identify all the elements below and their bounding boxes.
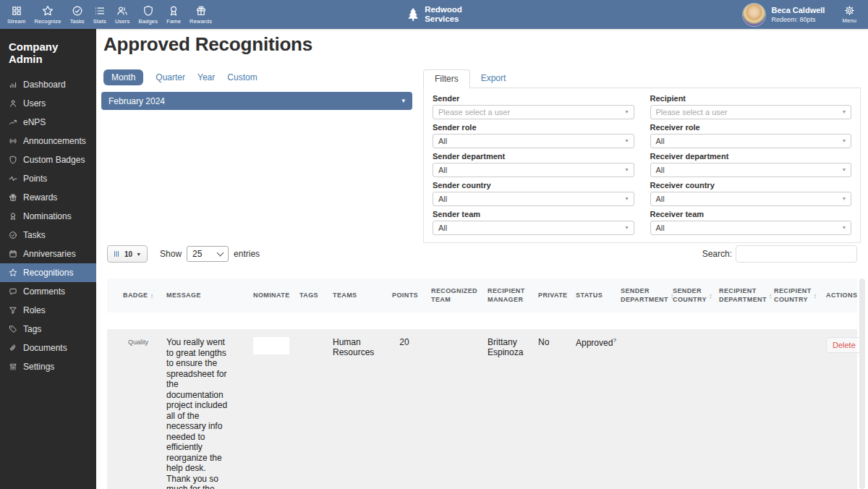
page-title: Approved Recognitions (103, 33, 312, 56)
col-header-teams[interactable]: Teams (326, 292, 386, 299)
entries-label: entries (234, 249, 260, 259)
sidebar-item-tasks[interactable]: Tasks (0, 226, 96, 244)
sidebar-item-enps[interactable]: eNPS (0, 113, 96, 132)
sidebar-item-nominations[interactable]: Nominations (0, 207, 96, 226)
menu-button[interactable]: Menu (836, 5, 862, 24)
sidebar-item-settings[interactable]: Settings (0, 357, 96, 376)
sidebar-item-recognitions[interactable]: Recognitions (0, 263, 96, 282)
nav-item-label: Recognize (34, 18, 61, 25)
col-header-badge[interactable]: Badge▲▼ (107, 292, 159, 299)
delete-button[interactable]: Delete (826, 337, 862, 353)
col-header-tags[interactable]: Tags (292, 292, 326, 299)
entries-per-page-select[interactable]: 25 (187, 246, 229, 262)
star-icon (9, 268, 17, 277)
tab-month[interactable]: Month (103, 69, 143, 85)
user-info[interactable]: Beca Caldwell Redeem: 80pts (771, 6, 825, 22)
check-circle-icon (9, 231, 17, 239)
filter-select-sender-team[interactable]: All▾ (433, 221, 634, 235)
filter-select-receiver-team[interactable]: All▾ (650, 221, 852, 235)
recognitions-table: Badge▲▼MessageNominateTagsTeamsPointsRec… (107, 278, 857, 489)
filter-select-sender-country[interactable]: All▾ (433, 192, 634, 206)
col-header-status[interactable]: Status (569, 292, 613, 299)
sidebar-item-documents[interactable]: Documents (0, 339, 96, 357)
cell-status: Approved? (569, 329, 613, 489)
col-header-private[interactable]: Private (531, 292, 569, 299)
period-select[interactable]: February 2024 ▾ (101, 92, 412, 110)
nav-item-fame[interactable]: Fame (162, 0, 185, 29)
sidebar-item-label: Points (23, 174, 47, 184)
sidebar-item-label: Announcements (23, 136, 86, 146)
col-header-recipient-manager[interactable]: Recipient Manager (480, 287, 531, 304)
tab-year[interactable]: Year (197, 69, 215, 85)
col-header-recipient-country[interactable]: Recipient Country▲▼ (767, 287, 819, 304)
nav-item-users[interactable]: Users (111, 0, 135, 29)
col-header-recipient-department[interactable]: Recipient Department▲▼ (712, 287, 767, 304)
tab-export[interactable]: Export (470, 69, 517, 88)
nominate-box[interactable] (253, 337, 289, 354)
filter-select-recipient[interactable]: Please select a user▾ (650, 105, 852, 119)
chevron-down-icon: ▾ (625, 138, 628, 144)
grid-icon (11, 5, 22, 17)
comment-icon (9, 287, 17, 296)
col-header-points[interactable]: Points (386, 292, 424, 299)
nav-item-recognize[interactable]: Recognize (30, 0, 65, 29)
search-input[interactable] (736, 245, 857, 263)
nav-item-label: Fame (166, 18, 181, 25)
cell-recipient_country (767, 329, 819, 489)
sidebar-item-label: Users (23, 98, 46, 109)
col-header-actions[interactable]: Actions (819, 292, 857, 299)
filter-select-receiver-country[interactable]: All▾ (650, 192, 852, 206)
sidebar-item-dashboard[interactable]: Dashboard (0, 75, 96, 94)
sidebar-item-rewards[interactable]: Rewards (0, 188, 96, 207)
chevron-down-icon: ▾ (843, 109, 846, 115)
col-header-sender-department[interactable]: Sender Department▲▼ (613, 287, 665, 304)
filter-select-receiver-department[interactable]: All▾ (650, 163, 852, 177)
nav-item-label: Stats (93, 18, 106, 25)
col-header-nominate[interactable]: Nominate (246, 292, 292, 299)
sidebar-item-points[interactable]: Points (0, 169, 96, 188)
sidebar-item-custom-badges[interactable]: Custom Badges (0, 150, 96, 169)
column-visibility-button[interactable]: 10 ▼ (107, 245, 148, 263)
sidebar-item-announcements[interactable]: Announcements (0, 132, 96, 150)
nav-item-stream[interactable]: Stream (3, 0, 30, 29)
filter-field-label: Receiver role (650, 123, 852, 132)
tab-filters[interactable]: Filters (423, 69, 470, 88)
sidebar-item-tags[interactable]: Tags (0, 320, 96, 339)
chevron-down-icon: ▾ (401, 98, 405, 104)
filter-select-sender-role[interactable]: All▾ (433, 134, 634, 148)
filter-select-sender[interactable]: Please select a user▾ (433, 105, 634, 119)
filter-select-value: Please select a user (438, 108, 510, 116)
filter-field-receiver-team: Receiver teamAll▾ (650, 210, 852, 235)
chevron-down-icon: ▾ (843, 138, 846, 144)
filter-select-receiver-role[interactable]: All▾ (650, 134, 852, 148)
filter-field-sender: SenderPlease select a user▾ (433, 94, 634, 119)
tab-custom[interactable]: Custom (227, 69, 257, 85)
nav-item-stats[interactable]: Stats (89, 0, 111, 29)
filter-field-label: Sender role (433, 123, 634, 132)
cell-actions: Delete (819, 329, 857, 489)
col-header-message[interactable]: Message (159, 292, 246, 299)
nav-item-rewards[interactable]: Rewards (185, 0, 216, 29)
sort-icon: ▲▼ (814, 293, 817, 299)
col-header-sender-country[interactable]: Sender Country▲▼ (665, 287, 712, 304)
sidebar-item-roles[interactable]: Roles (0, 301, 96, 320)
vertical-scrollbar[interactable] (859, 278, 865, 489)
filter-field-label: Sender (433, 94, 634, 103)
menu-label: Menu (842, 17, 856, 24)
columns-icon (114, 250, 121, 258)
table-row: QualityYou really went to great lengths … (107, 329, 857, 489)
tab-quarter[interactable]: Quarter (156, 69, 185, 85)
sidebar-item-anniversaries[interactable]: Anniversaries (0, 244, 96, 263)
nav-item-badges[interactable]: Badges (134, 0, 162, 29)
cell-private: No (531, 329, 569, 489)
filter-field-sender-country: Sender countryAll▾ (433, 181, 634, 206)
sidebar-item-users[interactable]: Users (0, 94, 96, 113)
shield-icon (9, 156, 17, 164)
sidebar-item-comments[interactable]: Comments (0, 282, 96, 301)
avatar[interactable] (743, 4, 765, 26)
sidebar-item-label: Documents (23, 343, 67, 353)
brand[interactable]: Redwood Services (406, 0, 462, 29)
filter-select-sender-department[interactable]: All▾ (433, 163, 634, 177)
nav-item-tasks[interactable]: Tasks (66, 0, 89, 29)
col-header-recognized-team[interactable]: Recognized Team (424, 287, 480, 304)
